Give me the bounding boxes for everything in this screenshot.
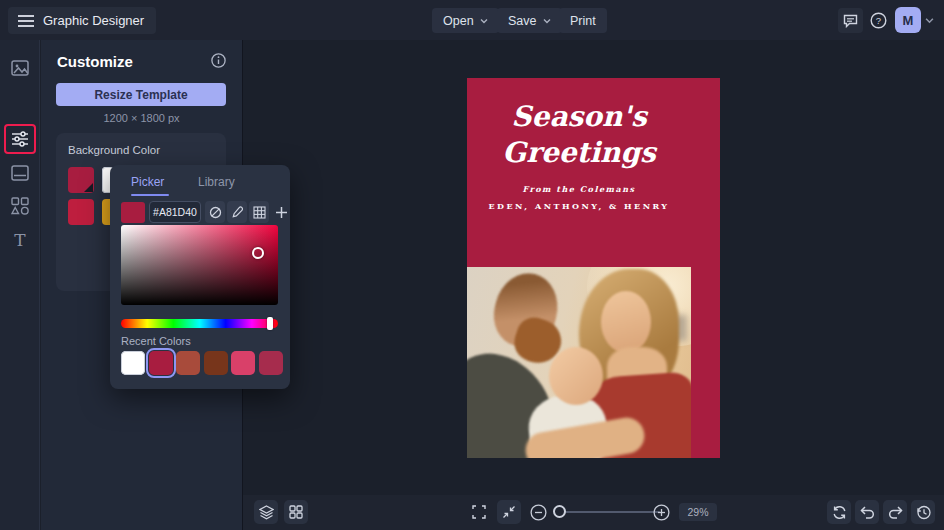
card-title-line1[interactable]: Season's [467, 100, 691, 133]
sidebar-item-templates[interactable] [0, 159, 40, 187]
zoom-slider-handle[interactable] [553, 505, 566, 518]
recent-color-swatch[interactable] [231, 351, 255, 375]
greeting-card[interactable]: Season's Greetings From the Colemans EDE… [467, 78, 720, 458]
recent-color-swatch-selected[interactable] [149, 351, 173, 375]
swatch-corner-fold [84, 183, 93, 192]
zoom-level-display[interactable]: 29% [679, 503, 717, 521]
eyedropper-button[interactable] [227, 201, 247, 223]
fit-to-screen-button[interactable] [497, 500, 521, 524]
print-button-label: Print [570, 14, 596, 28]
top-bar: Graphic Designer Open Save Print ? [0, 0, 944, 40]
fit-to-screen-icon [502, 505, 516, 519]
sidebar-item-image-manager[interactable] [0, 54, 40, 82]
info-icon[interactable] [211, 53, 226, 68]
print-button[interactable]: Print [559, 8, 607, 33]
grid-icon [289, 505, 303, 519]
background-color-label: Background Color [68, 144, 160, 156]
open-button-label: Open [443, 14, 474, 28]
history-icon [916, 505, 931, 520]
avatar-initial: M [903, 13, 914, 28]
zoom-in-button[interactable] [649, 500, 673, 524]
chevron-down-icon [543, 17, 551, 25]
design-canvas[interactable]: Season's Greetings From the Colemans EDE… [242, 40, 944, 495]
redo-button[interactable] [883, 500, 907, 524]
recent-color-swatch[interactable] [259, 351, 283, 375]
resize-template-button[interactable]: Resize Template [56, 83, 226, 106]
hex-color-input[interactable] [149, 201, 201, 223]
chevron-down-icon [480, 17, 488, 25]
app-title: Graphic Designer [43, 13, 144, 28]
sidebar-item-customize[interactable] [0, 125, 40, 153]
current-color-swatch [121, 202, 145, 223]
tab-picker[interactable]: Picker [131, 175, 164, 189]
bottom-toolbar: 29% [242, 495, 944, 530]
save-button-label: Save [508, 14, 537, 28]
panel-title: Customize [57, 53, 133, 70]
recent-color-swatch[interactable] [176, 351, 200, 375]
user-avatar[interactable]: M [895, 7, 921, 33]
sidebar-item-text[interactable]: T [0, 226, 40, 254]
redo-icon [888, 506, 903, 519]
active-tab-underline [131, 194, 169, 196]
history-button[interactable] [911, 500, 935, 524]
color-picker-popup: Picker Library Recent Colors [110, 165, 290, 389]
main-menu-button[interactable]: Graphic Designer [8, 7, 156, 34]
recent-color-swatch[interactable] [204, 351, 228, 375]
color-swatch-red[interactable] [68, 199, 94, 225]
hue-slider-handle[interactable] [267, 317, 273, 330]
fullscreen-button[interactable] [467, 500, 491, 524]
save-button[interactable]: Save [497, 8, 562, 33]
svg-text:?: ? [876, 15, 881, 26]
sidebar-item-graphics[interactable] [0, 192, 40, 220]
transparent-color-button[interactable] [205, 201, 225, 223]
recent-color-swatch[interactable] [121, 351, 145, 375]
gradient-selector[interactable] [252, 247, 264, 259]
saturation-brightness-gradient[interactable] [121, 225, 278, 305]
open-button[interactable]: Open [432, 8, 499, 33]
refresh-icon [832, 505, 847, 520]
recent-colors-label: Recent Colors [121, 335, 191, 347]
card-title-line2[interactable]: Greetings [467, 136, 691, 169]
help-button[interactable]: ? [866, 8, 891, 33]
zoom-out-button[interactable] [526, 500, 550, 524]
tools-sidebar: T [0, 40, 40, 530]
family-photo[interactable] [467, 267, 691, 458]
zoom-slider[interactable] [554, 511, 660, 513]
hue-slider[interactable] [121, 319, 278, 328]
minus-circle-icon [530, 504, 547, 521]
feedback-button[interactable] [838, 8, 863, 33]
tab-library[interactable]: Library [198, 175, 235, 189]
photo-baby-head [549, 347, 603, 405]
pages-button[interactable] [284, 500, 308, 524]
card-subtitle[interactable]: From the Colemans [467, 184, 691, 194]
template-dimensions: 1200 × 1800 px [41, 112, 242, 124]
graphic-designer-app: Graphic Designer Open Save Print ? [0, 0, 944, 530]
add-color-button[interactable] [271, 201, 291, 223]
undo-icon [860, 506, 875, 519]
photo-mother-face [601, 291, 651, 353]
template-icon [11, 165, 29, 181]
card-names[interactable]: EDEN, ANTHONY, & HENRY [467, 201, 691, 211]
swatch-grid-button[interactable] [249, 201, 269, 223]
shapes-icon [11, 197, 29, 215]
undo-button[interactable] [855, 500, 879, 524]
reset-button[interactable] [827, 500, 851, 524]
account-chevron-down-icon[interactable] [925, 16, 934, 25]
plus-circle-icon [653, 504, 670, 521]
layers-button[interactable] [254, 500, 278, 524]
comment-icon [843, 14, 858, 28]
help-icon: ? [870, 12, 887, 29]
color-swatch-background[interactable] [68, 167, 94, 193]
layers-icon [259, 505, 274, 520]
text-icon: T [14, 230, 25, 250]
sliders-icon [11, 131, 29, 147]
hamburger-menu-icon [18, 15, 34, 27]
image-icon [11, 60, 29, 76]
fullscreen-icon [472, 505, 486, 519]
